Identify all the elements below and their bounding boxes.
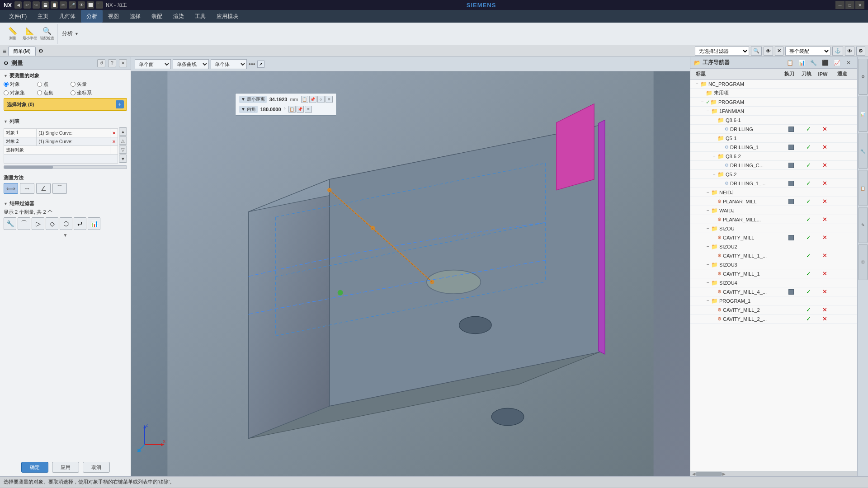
list-scroll[interactable] xyxy=(4,165,127,169)
toolbar-icon-1[interactable]: ◀ xyxy=(14,1,22,9)
tree-cavity-mill[interactable]: ⚙ CAVITY_MILL ✓ ✕ xyxy=(690,233,857,242)
list-down2-btn[interactable]: ▼ xyxy=(119,155,127,163)
section-list-arrow[interactable]: ▼ xyxy=(4,119,8,124)
viewport-view-select[interactable]: 单个面 xyxy=(135,59,171,69)
expand-neidj[interactable]: − xyxy=(705,190,711,195)
toolbar-surfacecheck-btn[interactable]: 🔍 装配检查 xyxy=(39,26,55,42)
tree-unused[interactable]: 📁 未用项 xyxy=(690,89,857,98)
radio-object[interactable]: 对象 xyxy=(4,81,35,88)
assembly-select[interactable]: 整个装配 xyxy=(785,47,830,56)
radio-point[interactable]: 点 xyxy=(37,81,69,88)
expand-sizou4[interactable]: − xyxy=(705,280,711,285)
angle-pin-icon[interactable]: 📌 xyxy=(297,106,304,113)
minimize-button[interactable]: ─ xyxy=(835,1,844,9)
op-nav-icon-4[interactable]: ⬛ xyxy=(820,58,830,68)
method-radial[interactable]: ↔ xyxy=(20,183,34,194)
selection-add-btn[interactable]: + xyxy=(116,100,124,108)
filter-eye-btn[interactable]: 👁 xyxy=(764,47,773,56)
divider-arrow[interactable]: ▼ xyxy=(4,232,127,239)
method-angle[interactable]: ∠ xyxy=(36,183,51,194)
side-tab-3[interactable]: 🔧 xyxy=(859,133,868,169)
close-button[interactable]: ✕ xyxy=(855,1,864,9)
tree-cavity-mill-2x[interactable]: ⚙ CAVITY_MILL_2_... ✓ ✕ xyxy=(690,314,857,324)
tree-cavity-mill-2[interactable]: ⚙ CAVITY_MILL_2 ✓ ✕ xyxy=(690,305,857,314)
tree-drilling[interactable]: ⚙ DRILLING ✓ ✕ xyxy=(690,125,857,134)
restore-button[interactable]: □ xyxy=(845,1,854,9)
tree-cavity-mill-1x[interactable]: ⚙ CAVITY_MILL_1_... ✓ ✕ xyxy=(690,251,857,260)
menu-analysis[interactable]: 分析 xyxy=(81,10,103,23)
apply-button[interactable]: 应用 xyxy=(52,462,79,473)
settings-btn[interactable]: ⚙ xyxy=(856,47,865,56)
list-delete-1[interactable]: ✕ xyxy=(112,131,116,136)
expand-waidj[interactable]: − xyxy=(705,208,711,213)
menu-select[interactable]: 选择 xyxy=(124,10,146,23)
list-row-1[interactable]: 对象 1 (1) Single Curve: ✕ xyxy=(4,129,118,137)
expand-program[interactable]: − xyxy=(699,99,706,104)
result-icon-7[interactable]: 📊 xyxy=(88,217,100,230)
dist-copy-icon[interactable]: 📋 xyxy=(301,96,308,103)
highlt-btn[interactable]: 👁 xyxy=(845,47,854,56)
side-tab-2[interactable]: 📊 xyxy=(859,96,868,132)
tree-planar-mill[interactable]: ⚙ PLANAR_MILL ✓ ✕ xyxy=(690,197,857,206)
expand-program1[interactable]: − xyxy=(705,298,711,303)
result-icon-3[interactable]: ▷ xyxy=(32,217,44,230)
analysis-dropdown-arrow[interactable]: ▼ xyxy=(75,32,79,36)
method-linear[interactable]: ⟺ xyxy=(4,183,18,194)
tree-drilling1x[interactable]: ⚙ DRILLING_1_... ✓ ✕ xyxy=(690,179,857,188)
filter-search-btn[interactable]: 🔍 xyxy=(751,47,762,56)
menu-tools[interactable]: 工具 xyxy=(189,10,211,23)
toolbar-icon-5[interactable]: 📋 xyxy=(51,1,58,9)
menu-render[interactable]: 渲染 xyxy=(168,10,189,23)
op-nav-icon-3[interactable]: 🔧 xyxy=(808,58,818,68)
expand-sizou3[interactable]: − xyxy=(705,262,711,267)
result-icon-4[interactable]: ◇ xyxy=(46,217,58,230)
result-icon-2[interactable]: ⌒ xyxy=(18,217,30,230)
section-results-arrow[interactable]: ▼ xyxy=(4,202,8,206)
menu-view[interactable]: 视图 xyxy=(103,10,124,23)
toolbar-icon-2[interactable]: ↩ xyxy=(24,1,31,9)
dist-circle-icon[interactable]: ○ xyxy=(317,96,325,103)
toolbar-icon-6[interactable]: ✂ xyxy=(60,1,67,9)
method-arc[interactable]: ⌒ xyxy=(52,183,67,194)
menu-assembly[interactable]: 装配 xyxy=(146,10,168,23)
tree-q861[interactable]: − 📁 Q8.6-1 xyxy=(690,116,857,125)
viewport-curve-select[interactable]: 单条曲线 xyxy=(173,59,209,69)
side-tab-4[interactable]: 📋 xyxy=(859,170,868,206)
dist-pin-icon[interactable]: 📌 xyxy=(309,96,316,103)
tree-sizou[interactable]: − 📁 SIZOU xyxy=(690,224,857,233)
expand-sizou2[interactable]: − xyxy=(705,244,711,249)
list-up2-btn[interactable]: △ xyxy=(119,136,127,145)
panel-reset-btn[interactable]: ↺ xyxy=(97,59,105,67)
tree-nc-program[interactable]: − 📁 NC_PROGRAM xyxy=(690,80,857,89)
tree-planar-mill2[interactable]: ⚙ PLANAR_MILL... ✓ ✕ xyxy=(690,215,857,224)
list-row-3[interactable]: 选择对象 xyxy=(4,146,118,155)
more-options-icon[interactable]: ••• xyxy=(249,61,255,68)
toolbar-icon-9[interactable]: ⬜ xyxy=(87,1,94,9)
list-down-btn[interactable]: ▽ xyxy=(119,145,127,154)
op-nav-icon-1[interactable]: 📋 xyxy=(785,58,795,68)
expand-q52[interactable]: − xyxy=(711,172,717,177)
dist-more-icon[interactable]: ≡ xyxy=(326,96,333,103)
tree-program[interactable]: − ✓📁 PROGRAM xyxy=(690,98,857,107)
panel-help-btn[interactable]: ? xyxy=(108,59,116,67)
tree-program1[interactable]: − 📁 PROGRAM_1 xyxy=(690,296,857,305)
radio-objset[interactable]: 对象集 xyxy=(4,89,35,96)
tree-sizou2[interactable]: − 📁 SIZOU2 xyxy=(690,242,857,251)
expand-q51[interactable]: − xyxy=(711,136,717,141)
filter-select[interactable]: 无选择过滤器 xyxy=(695,47,749,56)
toolbar-measure-btn[interactable]: 📏 测量 xyxy=(5,26,21,42)
nav-scrollbar[interactable]: ◀ ▶ xyxy=(690,471,857,476)
expand-1fanmian[interactable]: − xyxy=(705,108,711,113)
tree-drilling1[interactable]: ⚙ DRILLING_1 ✓ ✕ xyxy=(690,143,857,152)
toolbar-icon-7[interactable]: 🎤 xyxy=(69,1,76,9)
section-objects-arrow[interactable]: ▼ xyxy=(4,74,8,78)
tree-drillingc[interactable]: ⚙ DRILLING_C... ✓ ✕ xyxy=(690,161,857,170)
tree-q862[interactable]: − 📁 Q8.6-2 xyxy=(690,152,857,161)
tree-waidj[interactable]: − 📁 WAIDJ xyxy=(690,206,857,215)
tree-q52[interactable]: − 📁 Q5-2 xyxy=(690,170,857,179)
expand-nc-program[interactable]: − xyxy=(694,81,700,86)
toolbar-icon-10[interactable]: ⬛ xyxy=(96,1,103,9)
op-nav-icon-6[interactable]: ✕ xyxy=(844,58,854,68)
result-icon-1[interactable]: 🔧 xyxy=(4,217,16,230)
menu-appmodule[interactable]: 应用模块 xyxy=(211,10,244,23)
